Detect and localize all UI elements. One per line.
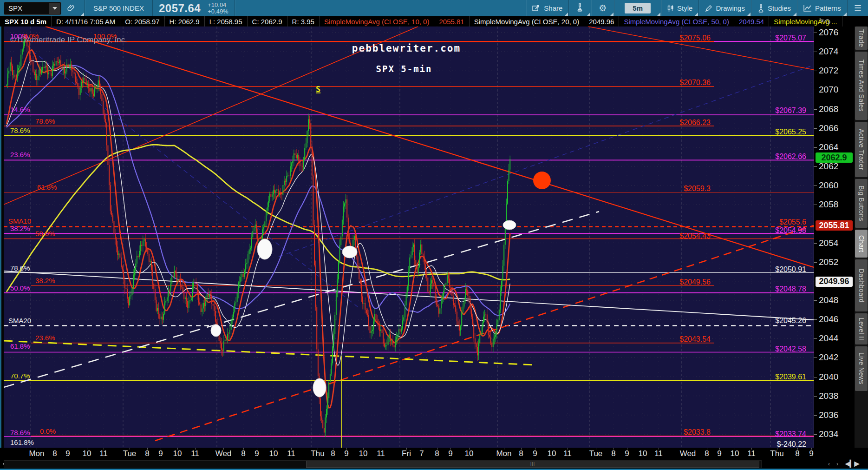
price-tick-label: 2066 <box>819 123 838 133</box>
chart-header-strip: SPX 10 d 5mD: 4/11/16 7:05 AMO: 2058.97H… <box>0 16 868 26</box>
svg-text:$2050.91: $2050.91 <box>775 265 806 273</box>
scrollbar-thumb[interactable]: ||| <box>306 461 759 468</box>
sidebar-tab-active-trader[interactable]: Active Trader <box>855 122 868 177</box>
time-axis-tick <box>333 448 333 450</box>
time-axis-hour-label: 10 <box>173 449 182 458</box>
time-axis-day-label: Fri <box>402 449 411 458</box>
scroll-right-arrow[interactable]: › <box>836 461 838 467</box>
share-button[interactable]: Share <box>526 0 568 16</box>
header-segment: O: 2058.97 <box>120 16 164 26</box>
time-axis-hour-label: 8 <box>795 449 799 458</box>
time-axis-day-label: Wed <box>215 449 232 458</box>
chart-scrollbar[interactable]: ||| <box>4 460 762 468</box>
time-axis-tick <box>363 448 364 450</box>
time-axis[interactable]: Mon891011Tue891011Wed891011Thu891011Fri7… <box>0 448 868 459</box>
svg-text:S: S <box>316 85 320 94</box>
header-segment: L: 2058.95 <box>205 16 248 26</box>
price-tick-label: 2044 <box>819 333 838 344</box>
time-axis-tick <box>257 448 257 450</box>
jump-to-present-icon[interactable]: ◀▎▶ <box>845 460 859 467</box>
svg-text:$2054.98: $2054.98 <box>775 226 806 234</box>
scroll-left-arrow[interactable]: ‹ <box>828 461 830 467</box>
time-axis-hour-label: 8 <box>52 449 57 458</box>
sidebar-tab-chart[interactable]: Chart <box>855 230 868 258</box>
price-tick-label: 2048 <box>819 295 838 305</box>
timeframe-value: 5m <box>625 3 651 13</box>
time-axis-hour-label: 9 <box>158 449 163 458</box>
price-tick-label: 2058 <box>819 199 838 210</box>
style-button[interactable]: Style <box>661 0 698 16</box>
paperclip-icon <box>67 4 75 12</box>
sidebar-tab-times-and-sales[interactable]: Times And Sales <box>855 52 868 120</box>
svg-text:38.2%: 38.2% <box>35 277 55 285</box>
svg-text:$2042.58: $2042.58 <box>775 345 806 353</box>
svg-text:50.0%: 50.0% <box>10 284 30 292</box>
time-axis-tick <box>318 448 318 450</box>
svg-text:0.0%: 0.0% <box>23 32 39 40</box>
price-tick-label: 2060 <box>819 180 838 191</box>
price-tick-label: 2042 <box>819 352 838 363</box>
header-segment: 2055.81 <box>434 16 469 26</box>
price-tick-label: 2070 <box>819 85 838 95</box>
time-axis-day-label: Thu <box>311 449 324 458</box>
drawings-button[interactable]: Drawings <box>699 0 751 16</box>
header-segment: SimpleMovingAvg (CLOSE, 50, 0) <box>619 16 734 26</box>
share-label: Share <box>544 4 562 12</box>
thinkorswim-window: SPX S&P 500 INDEX 2057.64 +10.04 +0.49% … <box>0 0 868 470</box>
price-tick-label: 2068 <box>819 104 838 114</box>
time-axis-tick <box>521 448 522 450</box>
patterns-label: Patterns <box>815 4 841 12</box>
svg-text:$2062.66: $2062.66 <box>775 152 806 160</box>
patterns-button[interactable]: Patterns <box>797 0 847 16</box>
time-axis-tick <box>596 448 596 450</box>
analyze-button[interactable] <box>569 0 591 16</box>
time-axis-tick <box>751 448 752 450</box>
time-axis-hour-label: 8 <box>435 449 439 458</box>
settings-button[interactable]: ⚙ <box>591 0 614 16</box>
symbol-value: SPX <box>4 4 49 12</box>
svg-text:SMA10: SMA10 <box>8 217 31 225</box>
svg-text:0.0%: 0.0% <box>40 427 56 435</box>
price-axis[interactable]: 2076207420722070206820662064206220602058… <box>814 26 855 448</box>
timeframe-button[interactable]: 5m <box>614 0 661 16</box>
time-axis-tick <box>291 448 292 450</box>
sidebar-tab-trade[interactable]: Trade <box>855 26 868 50</box>
sidebar-tab-live-news[interactable]: Live News <box>855 346 868 391</box>
time-axis-day-label: Wed <box>680 449 696 458</box>
time-axis-hour-label: 10 <box>465 449 474 458</box>
time-axis-tick <box>469 448 470 450</box>
svg-text:$2066.23: $2066.23 <box>679 119 711 126</box>
price-chart[interactable]: ©TDAmeritrade IP Company, Inc.pebblewrit… <box>4 26 814 448</box>
price-tick-label: 2040 <box>819 372 838 382</box>
time-axis-day-label: Thu <box>770 449 783 458</box>
toolbar-menu-button[interactable]: ☰ <box>848 0 868 16</box>
svg-text:$2065.25: $2065.25 <box>775 128 806 136</box>
time-axis-hour-label: 11 <box>377 449 385 458</box>
time-axis-tick <box>568 448 568 450</box>
header-segment: 2049.54 <box>734 16 769 26</box>
chevron-down-icon[interactable] <box>49 3 60 14</box>
svg-text:$2033.74: $2033.74 <box>775 430 806 438</box>
time-axis-hour-label: 10 <box>639 449 647 458</box>
sidebar-tab-dashboard[interactable]: Dashboard <box>855 259 868 311</box>
style-label: Style <box>677 4 692 12</box>
time-axis-tick <box>274 448 274 450</box>
link-charts-button[interactable] <box>61 0 85 16</box>
sidebar-tab-big-buttons[interactable]: Big Buttons <box>855 179 868 228</box>
time-axis-tick <box>68 448 68 450</box>
time-axis-tick <box>552 448 552 450</box>
sidebar-tab-level-ii[interactable]: Level II <box>855 313 868 344</box>
studies-button[interactable]: Studies <box>751 0 797 16</box>
time-axis-tick <box>450 448 451 450</box>
time-axis-hour-label: 9 <box>255 449 259 458</box>
collapse-restore-icon[interactable] <box>819 16 831 26</box>
time-axis-day-label: Tue <box>589 449 603 458</box>
svg-text:$2045.26: $2045.26 <box>775 317 806 324</box>
header-segment: H: 2062.9 <box>165 16 205 26</box>
header-segment: R: 3.95 <box>287 16 320 26</box>
time-axis-day-label: Mon <box>496 449 511 458</box>
last-price: 2057.64 <box>159 2 201 15</box>
svg-text:$2054.43: $2054.43 <box>679 232 711 240</box>
time-axis-hour-label: 9 <box>448 449 452 458</box>
symbol-dropdown[interactable]: SPX <box>4 2 61 15</box>
